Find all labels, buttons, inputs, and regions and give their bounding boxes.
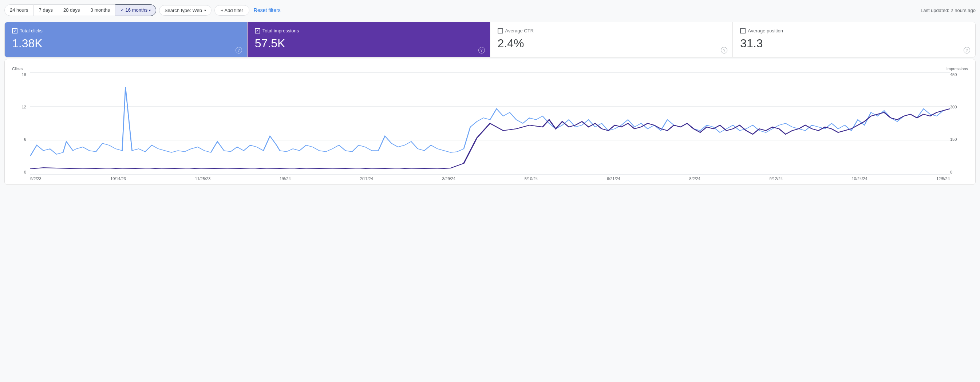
metric-label-ctr: Average CTR — [498, 28, 725, 33]
x-label-0: 9/2/23 — [30, 176, 41, 181]
x-label-7: 6/21/24 — [607, 176, 620, 181]
clicks-value: 1.38K — [12, 36, 240, 50]
y-right-0: 0 — [950, 170, 952, 174]
date-filter-group: 24 hours 7 days 28 days 3 months ✓ 16 mo… — [4, 4, 156, 16]
chevron-down-icon: ▾ — [204, 8, 206, 13]
ctr-value: 2.4% — [498, 36, 725, 50]
last-updated-text: Last updated: 2 hours ago — [921, 8, 976, 13]
clicks-help-icon[interactable]: ? — [235, 47, 242, 54]
filter-3mo[interactable]: 3 months — [85, 4, 115, 16]
y-right-300: 300 — [950, 105, 957, 109]
filter-16mo[interactable]: ✓ 16 months ▾ — [115, 4, 156, 16]
clicks-checkbox[interactable] — [12, 28, 18, 33]
chart-container: Clicks Impressions 18 12 6 0 450 300 150… — [4, 59, 976, 185]
x-label-1: 10/14/23 — [110, 176, 126, 181]
impressions-checkbox[interactable] — [255, 28, 260, 33]
x-label-6: 5/10/24 — [525, 176, 538, 181]
toolbar: 24 hours 7 days 28 days 3 months ✓ 16 mo… — [4, 4, 976, 16]
y-right-450: 450 — [950, 72, 957, 77]
x-label-8: 8/2/24 — [689, 176, 700, 181]
y-left-6: 6 — [24, 137, 26, 141]
x-label-3: 1/6/24 — [280, 176, 291, 181]
metric-label-position: Average position — [740, 28, 968, 33]
chart-area: Clicks Impressions 18 12 6 0 450 300 150… — [12, 67, 968, 181]
x-axis: 9/2/23 10/14/23 11/25/23 1/6/24 2/17/24 … — [12, 174, 968, 181]
x-label-9: 9/12/24 — [769, 176, 783, 181]
filter-24h[interactable]: 24 hours — [4, 4, 34, 16]
impressions-help-icon[interactable]: ? — [478, 47, 485, 54]
checkmark-icon: ✓ — [121, 8, 124, 13]
chart-inner: 18 12 6 0 450 300 150 0 — [12, 72, 968, 174]
x-label-4: 2/17/24 — [360, 176, 373, 181]
x-label-2: 11/25/23 — [195, 176, 211, 181]
metric-label-impressions: Total impressions — [255, 28, 483, 33]
y-axis-right: 450 300 150 0 — [948, 72, 968, 174]
x-label-11: 12/5/24 — [936, 176, 950, 181]
metric-card-impressions[interactable]: Total impressions 57.5K ? — [248, 22, 490, 57]
left-axis-label: Clicks — [12, 67, 22, 71]
metric-card-clicks[interactable]: Total clicks 1.38K ? — [5, 22, 248, 57]
ctr-help-icon[interactable]: ? — [721, 47, 727, 54]
metric-card-position[interactable]: Average position 31.3 ? — [733, 22, 975, 57]
add-filter-button[interactable]: + Add filter — [215, 5, 249, 16]
chart-axis-labels: Clicks Impressions — [12, 67, 968, 71]
y-left-12: 12 — [22, 105, 26, 109]
y-left-18: 18 — [22, 72, 26, 77]
impressions-value: 57.5K — [255, 36, 483, 50]
metrics-row: Total clicks 1.38K ? Total impressions 5… — [5, 22, 975, 57]
metric-card-ctr[interactable]: Average CTR 2.4% ? — [490, 22, 733, 57]
x-label-5: 3/29/24 — [442, 176, 455, 181]
y-left-0: 0 — [24, 170, 26, 174]
filter-28d[interactable]: 28 days — [58, 4, 86, 16]
right-axis-label: Impressions — [947, 67, 968, 71]
search-type-filter[interactable]: Search type: Web ▾ — [159, 5, 212, 16]
x-label-10: 10/24/24 — [852, 176, 867, 181]
y-axis-left: 18 12 6 0 — [12, 72, 29, 174]
chevron-down-icon: ▾ — [149, 8, 151, 13]
position-value: 31.3 — [740, 36, 968, 50]
position-checkbox[interactable] — [740, 28, 746, 33]
metric-label-clicks: Total clicks — [12, 28, 240, 33]
metrics-container: Total clicks 1.38K ? Total impressions 5… — [4, 22, 976, 57]
clicks-line — [30, 87, 950, 156]
reset-filters-link[interactable]: Reset filters — [252, 5, 282, 15]
filter-7d[interactable]: 7 days — [34, 4, 58, 16]
y-right-150: 150 — [950, 137, 957, 141]
chart-svg — [30, 72, 950, 174]
ctr-checkbox[interactable] — [498, 28, 503, 33]
impressions-line — [30, 109, 950, 169]
position-help-icon[interactable]: ? — [964, 47, 970, 54]
